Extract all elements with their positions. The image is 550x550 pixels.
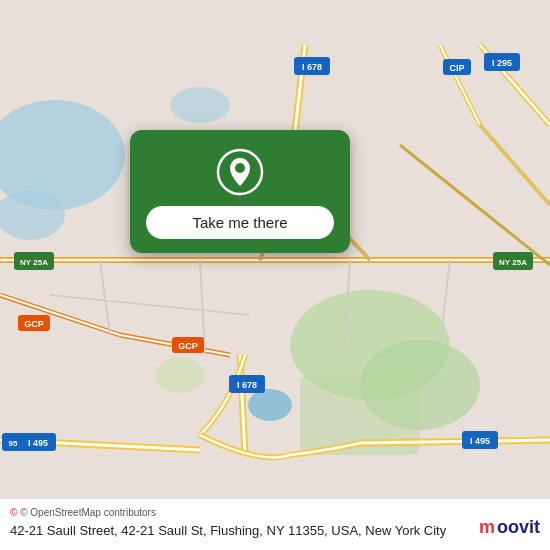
- svg-text:I 495: I 495: [470, 436, 490, 446]
- osm-credit-text: © OpenStreetMap contributors: [20, 507, 156, 518]
- svg-text:NY 25A: NY 25A: [20, 258, 48, 267]
- location-pin-icon: [216, 148, 264, 196]
- address-text: 42-21 Saull Street, 42-21 Saull St, Flus…: [10, 522, 540, 540]
- svg-point-4: [248, 389, 292, 421]
- svg-text:I 295: I 295: [492, 58, 512, 68]
- svg-point-8: [155, 357, 205, 393]
- take-me-there-button[interactable]: Take me there: [146, 206, 334, 239]
- svg-text:NY 25A: NY 25A: [499, 258, 527, 267]
- svg-point-60: [235, 163, 245, 173]
- osm-circle: ©: [10, 507, 17, 518]
- map-container: I 678 I 678 I 295 NY 25A NY 25A GCP GCP …: [0, 0, 550, 550]
- svg-point-3: [170, 87, 230, 123]
- bottom-bar: © © OpenStreetMap contributors 42-21 Sau…: [0, 498, 550, 550]
- svg-text:GCP: GCP: [178, 341, 198, 351]
- svg-text:I 678: I 678: [237, 380, 257, 390]
- svg-text:95: 95: [9, 439, 18, 448]
- moovit-logo: moovit: [479, 517, 540, 538]
- svg-text:I 678: I 678: [302, 62, 322, 72]
- svg-text:GCP: GCP: [24, 319, 44, 329]
- moovit-m: m: [479, 517, 495, 538]
- location-card: Take me there: [130, 130, 350, 253]
- svg-text:I 495: I 495: [28, 438, 48, 448]
- moovit-text: oovit: [497, 517, 540, 538]
- svg-text:CIP: CIP: [449, 63, 464, 73]
- map-svg: I 678 I 678 I 295 NY 25A NY 25A GCP GCP …: [0, 0, 550, 550]
- osm-credit: © © OpenStreetMap contributors: [10, 507, 540, 518]
